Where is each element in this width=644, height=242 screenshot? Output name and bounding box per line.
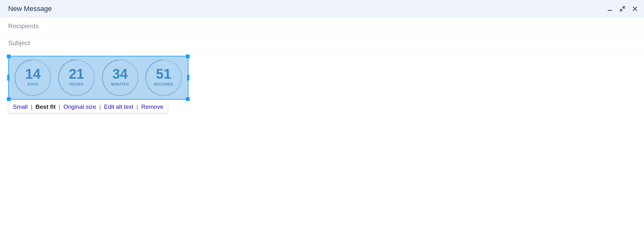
countdown-days: 14 DAYS xyxy=(13,58,53,98)
svg-point-51 xyxy=(80,60,82,61)
svg-point-16 xyxy=(49,84,50,85)
svg-point-3 xyxy=(37,60,38,61)
svg-point-80 xyxy=(62,88,63,89)
svg-point-92 xyxy=(65,63,66,64)
svg-point-126 xyxy=(108,91,110,93)
svg-point-43 xyxy=(19,64,21,66)
svg-point-72 xyxy=(78,95,79,96)
svg-point-145 xyxy=(163,59,164,61)
svg-point-111 xyxy=(136,82,138,83)
svg-rect-0 xyxy=(608,10,612,11)
svg-point-8 xyxy=(46,66,48,68)
svg-point-143 xyxy=(115,60,116,61)
window-controls xyxy=(606,5,638,12)
svg-point-131 xyxy=(102,82,104,83)
svg-point-25 xyxy=(32,95,34,97)
svg-point-83 xyxy=(59,82,60,83)
svg-point-138 xyxy=(105,66,107,68)
svg-point-140 xyxy=(108,63,110,64)
image-size-best-fit[interactable]: Best fit xyxy=(35,103,55,110)
svg-point-41 xyxy=(17,68,18,70)
svg-point-130 xyxy=(103,84,104,85)
svg-point-14 xyxy=(50,79,51,81)
svg-point-155 xyxy=(180,72,181,74)
svg-point-62 xyxy=(93,79,95,81)
selected-image[interactable]: 14 DAYS 21 HOURS 34 MINUTES 51 SECONDS xyxy=(8,56,188,100)
image-remove[interactable]: Remove xyxy=(141,103,163,110)
svg-point-63 xyxy=(93,82,95,83)
separator: | xyxy=(31,103,33,110)
svg-point-116 xyxy=(130,91,132,93)
svg-point-85 xyxy=(58,77,59,79)
subject-input[interactable] xyxy=(8,39,636,47)
svg-point-40 xyxy=(16,70,17,72)
svg-point-73 xyxy=(76,95,77,97)
countdown-minutes: 34 MINUTES xyxy=(100,58,140,98)
svg-point-50 xyxy=(78,59,79,61)
svg-point-11 xyxy=(49,72,51,74)
svg-point-125 xyxy=(110,92,112,94)
svg-point-187 xyxy=(150,64,152,66)
close-icon[interactable] xyxy=(631,5,638,12)
svg-point-78 xyxy=(65,91,66,93)
svg-point-71 xyxy=(80,94,82,96)
svg-point-170 xyxy=(161,95,162,96)
svg-point-56 xyxy=(90,66,91,68)
svg-point-178 xyxy=(146,84,148,85)
countdown-timer: 14 DAYS 21 HOURS 34 MINUTES 51 SECONDS xyxy=(9,56,188,99)
svg-point-58 xyxy=(92,70,94,72)
svg-point-97 xyxy=(119,59,121,61)
svg-point-164 xyxy=(174,91,175,93)
svg-point-120 xyxy=(122,95,123,96)
svg-point-47 xyxy=(28,60,29,61)
svg-point-38 xyxy=(14,75,16,76)
svg-point-6 xyxy=(43,63,44,64)
svg-point-172 xyxy=(156,93,158,95)
svg-point-93 xyxy=(67,61,68,63)
svg-point-101 xyxy=(128,61,130,63)
svg-point-184 xyxy=(146,70,148,72)
separator: | xyxy=(59,103,60,110)
svg-point-87 xyxy=(59,72,60,74)
svg-point-183 xyxy=(146,72,147,74)
svg-point-165 xyxy=(172,92,173,94)
recipients-input[interactable] xyxy=(8,22,636,30)
svg-point-191 xyxy=(158,60,160,61)
svg-point-118 xyxy=(126,93,128,95)
svg-point-55 xyxy=(88,64,90,66)
svg-point-77 xyxy=(67,92,68,94)
svg-point-49 xyxy=(76,59,77,61)
image-size-original[interactable]: Original size xyxy=(64,103,96,110)
minimize-icon[interactable] xyxy=(606,5,613,12)
svg-point-141 xyxy=(110,61,112,63)
svg-point-135 xyxy=(102,72,104,74)
svg-point-100 xyxy=(126,60,128,62)
svg-point-20 xyxy=(43,91,44,93)
svg-point-23 xyxy=(37,94,38,96)
compose-body[interactable]: 14 DAYS 21 HOURS 34 MINUTES 51 SECONDS S… xyxy=(0,51,644,118)
svg-point-192 xyxy=(161,59,162,61)
svg-point-108 xyxy=(137,75,139,76)
svg-point-96 xyxy=(74,59,75,61)
svg-point-86 xyxy=(58,75,59,76)
image-options-toolbar: Small | Best fit | Original size | Edit … xyxy=(8,101,168,113)
svg-point-79 xyxy=(63,90,65,91)
svg-point-24 xyxy=(34,95,36,96)
svg-point-106 xyxy=(136,70,137,72)
svg-point-163 xyxy=(176,90,177,91)
image-edit-alt-text[interactable]: Edit alt text xyxy=(104,103,133,110)
svg-point-57 xyxy=(91,68,93,70)
image-size-small[interactable]: Small xyxy=(13,103,28,110)
svg-point-189 xyxy=(154,61,156,63)
svg-point-162 xyxy=(177,88,179,89)
exit-fullscreen-icon[interactable] xyxy=(619,5,626,12)
svg-point-33 xyxy=(17,86,18,87)
svg-point-180 xyxy=(145,79,147,81)
svg-point-88 xyxy=(59,70,61,72)
svg-point-117 xyxy=(128,92,130,94)
svg-point-151 xyxy=(176,64,177,66)
svg-point-45 xyxy=(23,61,25,63)
countdown-hours: 21 HOURS xyxy=(56,58,96,98)
separator: | xyxy=(99,103,101,110)
svg-point-142 xyxy=(112,60,114,62)
